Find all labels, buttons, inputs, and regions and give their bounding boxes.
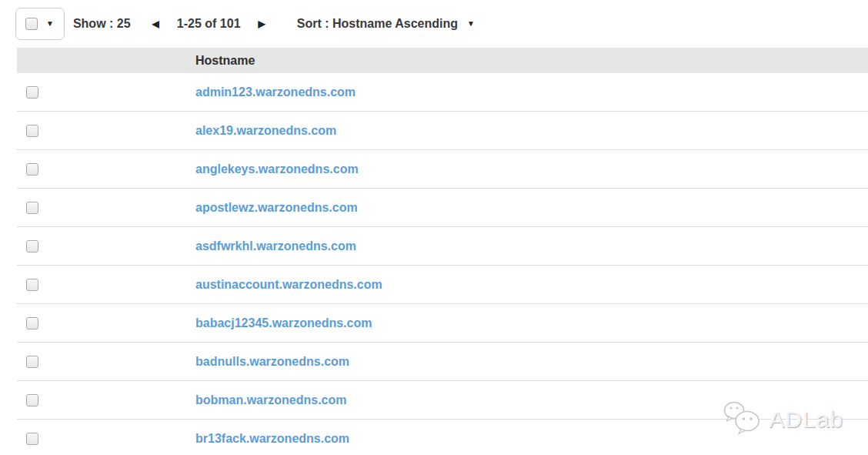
- hostname-link[interactable]: asdfwrkhl.warzonedns.com: [195, 239, 356, 253]
- hostname-link[interactable]: br13fack.warzonedns.com: [195, 432, 349, 446]
- table-row: austinaccount.warzonedns.com: [17, 266, 868, 304]
- row-checkbox[interactable]: [26, 394, 38, 406]
- table-row: asdfwrkhl.warzonedns.com: [17, 227, 868, 266]
- table-body: admin123.warzonedns.com alex19.warzonedn…: [17, 73, 868, 455]
- chevron-down-icon: ▼: [467, 20, 475, 28]
- hostname-link[interactable]: babacj12345.warzonedns.com: [195, 316, 372, 330]
- sort-dropdown[interactable]: Sort : Hostname Ascending ▼: [297, 17, 475, 31]
- hostname-link[interactable]: apostlewz.warzonedns.com: [195, 201, 358, 215]
- row-checkbox[interactable]: [26, 433, 38, 445]
- sort-label: Sort : Hostname Ascending: [297, 17, 458, 31]
- table-row: br13fack.warzonedns.com: [17, 420, 868, 455]
- pagination-range: 1-25 of 101: [177, 17, 241, 31]
- hostname-list-page: ▼ Show : 25 ◀ 1-25 of 101 ▶ Sort : Hostn…: [0, 0, 868, 455]
- table-row: admin123.warzonedns.com: [17, 73, 868, 112]
- table-row: apostlewz.warzonedns.com: [17, 189, 868, 227]
- toolbar: ▼ Show : 25 ◀ 1-25 of 101 ▶ Sort : Hostn…: [0, 0, 868, 48]
- table-row: badnulls.warzonedns.com: [17, 343, 868, 381]
- table-row: babacj12345.warzonedns.com: [17, 304, 868, 343]
- table-header-row: Hostname: [17, 48, 868, 73]
- hostname-link[interactable]: badnulls.warzonedns.com: [195, 355, 349, 369]
- hostname-link[interactable]: alex19.warzonedns.com: [195, 124, 336, 138]
- row-checkbox[interactable]: [26, 86, 38, 99]
- hostname-link[interactable]: anglekeys.warzonedns.com: [195, 162, 359, 176]
- row-checkbox[interactable]: [26, 202, 38, 214]
- hostname-table: Hostname admin123.warzonedns.com alex19.…: [17, 48, 868, 455]
- prev-page-button[interactable]: ◀: [152, 19, 159, 28]
- table-row: anglekeys.warzonedns.com: [17, 150, 868, 189]
- row-checkbox[interactable]: [26, 125, 38, 137]
- next-page-button[interactable]: ▶: [259, 19, 265, 28]
- table-row: alex19.warzonedns.com: [17, 112, 868, 150]
- select-all-button[interactable]: ▼: [15, 8, 65, 40]
- chevron-down-icon[interactable]: ▼: [46, 20, 54, 28]
- row-checkbox[interactable]: [26, 240, 38, 253]
- hostname-link[interactable]: austinaccount.warzonedns.com: [195, 278, 382, 292]
- hostname-link[interactable]: admin123.warzonedns.com: [195, 85, 356, 99]
- show-per-page-control[interactable]: Show : 25: [73, 17, 131, 31]
- hostname-column-header: Hostname: [195, 54, 255, 68]
- row-checkbox[interactable]: [26, 317, 38, 330]
- row-checkbox[interactable]: [26, 163, 38, 176]
- row-checkbox[interactable]: [26, 356, 38, 368]
- table-row: bobman.warzonedns.com: [17, 381, 868, 420]
- select-all-checkbox[interactable]: [25, 18, 38, 30]
- row-checkbox[interactable]: [26, 279, 38, 291]
- hostname-link[interactable]: bobman.warzonedns.com: [195, 393, 346, 407]
